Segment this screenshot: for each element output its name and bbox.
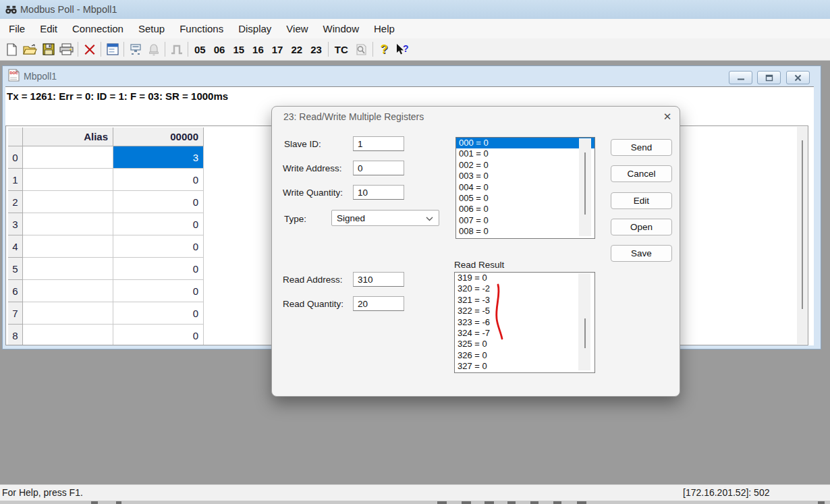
value-cell-selected[interactable]: 3 [113,146,204,169]
alias-cell[interactable] [23,169,113,191]
row-header[interactable]: 1 [8,169,23,191]
write-list-item[interactable]: 005 = 0 [456,193,594,204]
read-list-item[interactable]: 326 = 0 [455,350,594,361]
alias-cell[interactable] [23,302,113,325]
edit-button[interactable]: Edit [611,192,672,209]
write-list-item[interactable]: 003 = 0 [456,171,594,181]
doc-close-button[interactable] [786,71,810,84]
func-05-button[interactable]: 05 [190,41,210,58]
grid-scrollbar-thumb[interactable] [802,140,803,309]
write-list-item[interactable]: 006 = 0 [456,204,594,215]
write-list-item[interactable]: 008 = 0 [456,226,594,237]
send-button[interactable]: Send [611,139,672,156]
value-cell[interactable]: 0 [113,191,204,213]
doc-minimize-button[interactable] [729,71,752,84]
read-list-item[interactable]: 322 = -5 [455,306,594,316]
row-header[interactable]: 3 [8,213,23,235]
value-cell[interactable]: 0 [113,325,204,345]
read-list-item[interactable]: 321 = -3 [455,295,594,306]
taskbar-sliver [0,501,830,504]
read-list-item[interactable]: 324 = -7 [455,328,594,339]
func-23-button[interactable]: 23 [306,41,326,58]
dialog-close-icon[interactable]: ✕ [659,109,675,124]
cancel-button[interactable]: Cancel [611,165,672,182]
menu-edit[interactable]: Edit [32,19,65,38]
value-cell[interactable]: 0 [113,258,204,280]
read-list-item[interactable]: 325 = 0 [455,339,594,349]
toolbar-separator [372,42,373,57]
grid-alias-header[interactable]: Alias [23,128,113,146]
menu-display[interactable]: Display [231,19,279,38]
alias-cell[interactable] [23,258,113,280]
open-file-icon[interactable] [21,41,39,58]
read-list-item[interactable]: 323 = -6 [455,317,594,328]
menu-help[interactable]: Help [366,19,402,38]
read-result-listbox[interactable]: 319 = 0 320 = -2 321 = -3 322 = -5 323 =… [454,272,595,373]
write-list-item[interactable]: 002 = 0 [456,160,594,171]
menu-functions[interactable]: Functions [172,19,231,38]
print-icon[interactable] [57,41,76,58]
value-cell[interactable]: 0 [113,169,204,191]
write-quantity-input[interactable] [353,185,404,200]
alias-cell[interactable] [23,191,113,213]
save-button[interactable]: Save [611,245,672,262]
doc-window-titlebar[interactable]: DOC Mbpoll1 [8,69,57,84]
write-list-item[interactable]: 004 = 0 [456,182,594,193]
write-list-item[interactable]: 007 = 0 [456,215,594,226]
alias-cell[interactable] [23,146,113,169]
row-header[interactable]: 6 [8,280,23,302]
alias-cell[interactable] [23,235,113,258]
read-list-item[interactable]: 327 = 0 [455,361,594,372]
menu-setup[interactable]: Setup [131,19,172,38]
func-16-button[interactable]: 16 [248,41,268,58]
func-17-button[interactable]: 17 [268,41,287,58]
menu-connection[interactable]: Connection [65,19,131,38]
slave-id-input[interactable] [353,136,404,151]
menu-window[interactable]: Window [316,19,366,38]
row-header[interactable]: 2 [8,191,23,213]
poll-definition-icon[interactable] [103,41,121,58]
test-center-button[interactable]: TC [331,41,352,58]
row-header[interactable]: 5 [8,258,23,280]
write-list-item-selected[interactable]: 000 = 0 [456,138,594,148]
toolbar-separator [165,42,165,57]
alias-cell[interactable] [23,325,113,345]
disconnect-x-icon[interactable] [80,41,99,58]
new-file-icon[interactable] [3,41,21,58]
help-icon[interactable]: ? [375,41,393,58]
value-cell[interactable]: 0 [113,213,204,235]
menu-view[interactable]: View [279,19,315,38]
row-header[interactable]: 8 [8,325,23,345]
alias-cell[interactable] [23,280,113,302]
read-list-scrollbar-thumb[interactable] [584,318,586,348]
communication-traffic-icon[interactable] [126,41,144,58]
taskbar-icon-top [462,501,471,504]
doc-restore-button[interactable] [757,71,781,84]
func-15-button[interactable]: 15 [229,41,248,58]
context-help-icon[interactable]: ? [393,41,412,58]
read-list-item[interactable]: 319 = 0 [455,273,594,283]
read-quantity-input[interactable] [353,296,404,311]
menu-file[interactable]: File [1,19,32,38]
value-cell[interactable]: 0 [113,280,204,302]
func-06-button[interactable]: 06 [210,41,229,58]
row-header[interactable]: 7 [8,302,23,325]
value-cell[interactable]: 0 [113,235,204,258]
write-address-input[interactable] [353,161,404,175]
type-dropdown[interactable]: Signed [331,210,439,226]
save-icon[interactable] [39,41,57,58]
func-22-button[interactable]: 22 [287,41,306,58]
open-button[interactable]: Open [611,219,672,235]
doc-icon: DOC [8,69,20,84]
write-values-listbox[interactable]: 000 = 0 001 = 0 002 = 0 003 = 0 004 = 0 … [455,137,595,239]
grid-value-header[interactable]: 00000 [113,128,204,146]
row-header[interactable]: 0 [8,146,23,169]
value-cell[interactable]: 0 [113,302,204,325]
row-header[interactable]: 4 [8,235,23,258]
read-list-item[interactable]: 320 = -2 [455,283,594,294]
read-address-input[interactable] [353,272,404,287]
write-list-item[interactable]: 001 = 0 [456,148,594,159]
write-list-scrollbar-thumb[interactable] [584,152,586,215]
alias-cell[interactable] [23,213,113,235]
doc-window-title: Mbpoll1 [24,71,57,82]
